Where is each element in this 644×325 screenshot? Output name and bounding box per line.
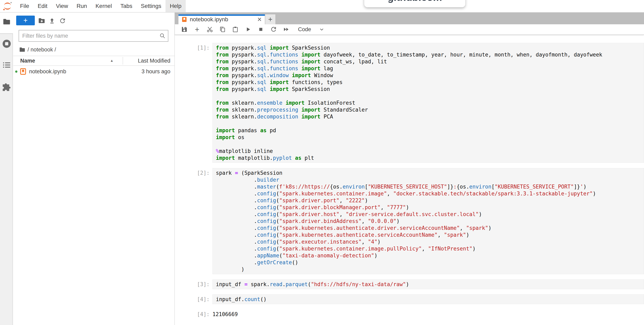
new-launcher-button[interactable]: + [16, 16, 35, 25]
paste-cell-button[interactable] [232, 26, 238, 32]
cut-cell-button[interactable] [207, 26, 213, 32]
column-header-modified[interactable]: Last Modified [138, 56, 170, 65]
code-cell: [3]:input_df = spark.read.parquet("hdfs:… [175, 279, 644, 289]
cell-editor[interactable]: spark = (SparkSession .builder .master(f… [212, 168, 644, 274]
tab-bar: notebook.ipynb × + [175, 13, 644, 24]
menu-view[interactable]: View [52, 0, 72, 12]
running-sessions-icon[interactable] [2, 39, 11, 49]
add-cell-button[interactable]: + [194, 26, 200, 32]
cell-output-text: 12106669 [212, 309, 238, 318]
filter-files-box [18, 30, 168, 42]
jupyter-logo [3, 2, 12, 11]
cell-output-prompt: [4]: [175, 309, 212, 318]
menu-edit[interactable]: Edit [34, 0, 52, 12]
activity-bar-panel [0, 34, 13, 325]
search-icon [160, 33, 166, 40]
home-folder-icon [20, 47, 25, 52]
column-divider [122, 57, 123, 65]
extensions-icon[interactable] [2, 83, 11, 92]
menu-run[interactable]: Run [72, 0, 91, 12]
cell-input-prompt: [4]: [175, 294, 212, 304]
cell-input-prompt: [3]: [175, 279, 212, 289]
menu-settings[interactable]: Settings [136, 0, 166, 12]
popup-origin-text: github.com [388, 0, 442, 3]
restart-run-all-button[interactable] [283, 26, 289, 32]
menu-help[interactable]: Help [166, 0, 186, 12]
tab-title: notebook.ipynb [190, 16, 257, 23]
notebook-file-icon [20, 68, 26, 75]
file-browser-icon[interactable] [3, 19, 10, 26]
cell-input-prompt: [1]: [175, 43, 212, 163]
cell-editor[interactable]: from pyspark.sql import SparkSessionfrom… [212, 43, 644, 163]
menu-tabs[interactable]: Tabs [116, 0, 136, 12]
interrupt-kernel-button[interactable] [258, 26, 264, 32]
cell-output-area: [4]:12106669 [175, 309, 644, 318]
refresh-button[interactable] [60, 18, 66, 25]
file-listing-header: Name ▲ Last Modified [13, 56, 174, 66]
cell-editor[interactable]: input_df.count() [212, 294, 644, 304]
notebook-content[interactable]: [1]:from pyspark.sql import SparkSession… [175, 35, 644, 325]
cell-input-prompt: [2]: [175, 168, 212, 274]
save-button[interactable] [181, 26, 187, 32]
cell-type-dropdown[interactable]: Code [298, 26, 311, 33]
file-browser-panel: + / notebook / Name [13, 13, 175, 325]
filter-files-input[interactable] [19, 30, 168, 41]
menu-file[interactable]: File [16, 0, 34, 12]
kernel-running-dot [15, 71, 18, 73]
menu-kernel[interactable]: Kernel [91, 0, 116, 12]
new-tab-button[interactable]: + [265, 14, 275, 24]
activity-bar [0, 13, 13, 325]
run-cell-button[interactable] [245, 26, 251, 32]
notebook-toolbar: + [175, 24, 644, 35]
breadcrumb-path: / notebook / [28, 47, 56, 53]
file-row-notebook[interactable]: notebook.ipynb 3 hours ago [13, 66, 174, 77]
notebook-tab-icon [182, 17, 187, 23]
copy-cell-button[interactable] [220, 26, 226, 32]
upload-button[interactable] [49, 18, 55, 25]
table-of-contents-icon[interactable] [3, 62, 10, 69]
sort-ascending-icon[interactable]: ▲ [110, 56, 114, 65]
chevron-down-icon[interactable] [319, 27, 324, 32]
browser-origin-popup: github.com [364, 0, 465, 7]
code-cell: [2]:spark = (SparkSession .builder .mast… [175, 168, 644, 274]
notebook-dock-panel: notebook.ipynb × + + [175, 13, 644, 325]
code-cell: [4]:input_df.count() [175, 294, 644, 304]
file-modified: 3 hours ago [142, 69, 170, 75]
breadcrumb[interactable]: / notebook / [20, 46, 56, 54]
new-folder-button[interactable] [38, 18, 45, 24]
tab-close-icon[interactable]: × [257, 17, 262, 23]
file-name: notebook.ipynb [29, 69, 66, 75]
code-cell: [1]:from pyspark.sql import SparkSession… [175, 43, 644, 163]
menu-bar: File Edit View Run Kernel Tabs Settings … [0, 0, 644, 13]
cell-editor[interactable]: input_df = spark.read.parquet("hdfs://hd… [212, 279, 644, 289]
restart-kernel-button[interactable] [270, 26, 276, 32]
column-header-name[interactable]: Name [20, 56, 35, 65]
tab-notebook[interactable]: notebook.ipynb × [178, 14, 265, 24]
